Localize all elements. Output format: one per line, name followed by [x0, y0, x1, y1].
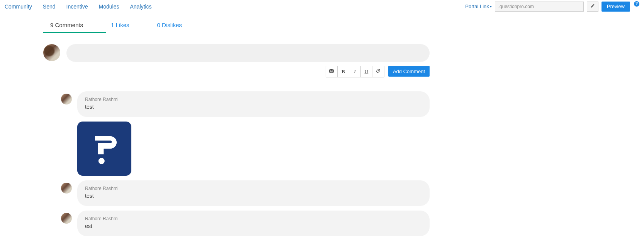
svg-point-0	[99, 158, 105, 164]
link-button[interactable]	[372, 66, 384, 77]
comment-author: Rathore Rashmi	[85, 186, 422, 191]
current-user-avatar	[43, 44, 60, 61]
comment-row: Rathore Rashmi est	[61, 211, 430, 236]
comment-text: test	[85, 193, 422, 199]
comment-input[interactable]	[66, 44, 430, 62]
comments-label: Comments	[55, 22, 83, 28]
add-comment-button[interactable]: Add Comment	[388, 66, 430, 77]
likes-label: Likes	[116, 22, 129, 28]
nav-incentive[interactable]: Incentive	[66, 3, 88, 10]
dislikes-count: 0	[157, 22, 160, 28]
nav-send[interactable]: Send	[43, 3, 56, 10]
engagement-tabs: 9 Comments 1 Likes 0 Dislikes	[43, 18, 430, 33]
nav-left: Community Send Incentive Modules Analyti…	[5, 3, 152, 10]
comment-author: Rathore Rashmi	[85, 97, 422, 102]
comment-avatar	[61, 213, 72, 224]
camera-button[interactable]	[326, 66, 338, 77]
nav-analytics[interactable]: Analytics	[130, 3, 151, 10]
edit-portal-button[interactable]	[587, 2, 598, 12]
comment-list: Rathore Rashmi test Rathore Rashmi test	[43, 91, 430, 236]
comment-author: Rathore Rashmi	[85, 216, 422, 221]
comment-row: Rathore Rashmi test	[61, 91, 430, 117]
italic-button[interactable]: I	[349, 66, 361, 77]
questionpro-logo-icon	[77, 122, 131, 176]
tab-dislikes[interactable]: 0 Dislikes	[153, 18, 205, 33]
top-nav-bar: Community Send Incentive Modules Analyti…	[0, 0, 644, 13]
comment-text: est	[85, 223, 422, 229]
portal-link-label: Portal Link	[465, 3, 489, 9]
camera-icon	[329, 68, 334, 75]
portal-link-dropdown[interactable]: Portal Link ▾	[465, 3, 491, 9]
help-icon[interactable]: ?	[634, 1, 639, 7]
comment-body: Rathore Rashmi test	[77, 180, 430, 206]
nav-right: Portal Link ▾ Preview ?	[465, 2, 639, 12]
comments-count: 9	[50, 22, 53, 28]
underline-button[interactable]: U	[361, 66, 372, 77]
comment-toolbar: B I U Add Comment	[43, 66, 430, 77]
nav-community[interactable]: Community	[5, 3, 32, 10]
caret-down-icon: ▾	[490, 4, 492, 9]
tab-likes[interactable]: 1 Likes	[106, 18, 153, 33]
comment-attachment	[77, 122, 430, 176]
comment-body: Rathore Rashmi test	[77, 91, 430, 117]
comment-body: Rathore Rashmi est	[77, 211, 430, 236]
nav-modules[interactable]: Modules	[99, 3, 119, 10]
format-button-group: B I U	[326, 66, 384, 77]
preview-button[interactable]: Preview	[602, 2, 630, 12]
likes-count: 1	[111, 22, 114, 28]
comment-avatar	[61, 183, 72, 194]
new-comment-row	[43, 44, 430, 62]
tab-comments[interactable]: 9 Comments	[43, 18, 106, 33]
portal-url-input[interactable]	[495, 2, 584, 12]
pencil-icon	[590, 3, 595, 9]
dislikes-label: Dislikes	[162, 22, 182, 28]
bold-button[interactable]: B	[338, 66, 349, 77]
comment-text: test	[85, 104, 422, 110]
main-content: 9 Comments 1 Likes 0 Dislikes B I U	[43, 13, 430, 236]
comment-avatar	[61, 94, 72, 105]
comment-row: Rathore Rashmi test	[61, 180, 430, 206]
link-icon	[376, 68, 381, 75]
